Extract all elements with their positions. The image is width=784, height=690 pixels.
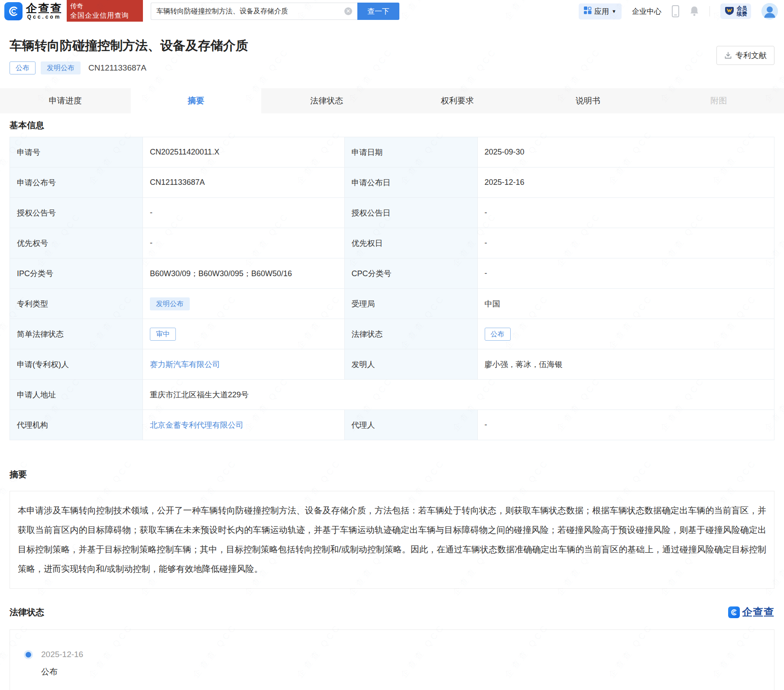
row-value: 中国 <box>478 289 774 319</box>
tab-bar: 申请进度 摘要 法律状态 权利要求 说明书 附图 <box>0 88 784 113</box>
qcc-logo-icon <box>4 2 23 20</box>
agency-link[interactable]: 北京金蓄专利代理有限公司 <box>150 420 243 430</box>
qcc-brand-text: 企查查 Qcc.com <box>26 3 62 20</box>
patent-type-tag: 发明公布 <box>41 61 81 74</box>
row-label: 代理机构 <box>10 410 143 440</box>
table-row: 专利类型 发明公布 受理局 中国 <box>10 289 774 319</box>
crown-icon <box>724 5 735 17</box>
publish-status-tag: 公布 <box>10 61 36 74</box>
search-box: ✕ <box>151 3 357 20</box>
patent-document-button[interactable]: 专利文献 <box>716 46 774 65</box>
clear-search-icon[interactable]: ✕ <box>344 7 352 15</box>
legal-status-heading: 法律状态 <box>10 606 44 618</box>
grid-icon <box>584 6 592 16</box>
abstract-heading: 摘要 <box>10 469 774 480</box>
row-label: 申请(专利权)人 <box>10 349 143 379</box>
row-label: 申请公布号 <box>10 168 143 197</box>
row-value: - <box>478 410 774 440</box>
row-label: 法律状态 <box>345 319 478 349</box>
table-row: 授权公告号 - 授权公告日 - <box>10 198 774 228</box>
promo-line1: 传奇 <box>70 1 139 11</box>
row-label: 代理人 <box>345 410 478 440</box>
apps-menu[interactable]: 应用 ▼ <box>579 3 622 19</box>
bell-icon <box>690 6 699 17</box>
row-label: 申请人地址 <box>10 380 143 409</box>
row-label: 申请公布日 <box>345 168 478 197</box>
table-row: 优先权号 - 优先权日 - <box>10 228 774 258</box>
row-label: 优先权日 <box>345 228 478 258</box>
promo-line2: 全国企业信用查询 <box>70 11 139 20</box>
table-row: 简单法律状态 审中 法律状态 公布 <box>10 319 774 349</box>
row-value: CN121133687A <box>143 168 345 197</box>
tab-figures[interactable]: 附图 <box>653 88 784 113</box>
tab-legal-status[interactable]: 法律状态 <box>261 88 392 113</box>
legal-status-panel: 2025-12-16 公布 <box>10 629 774 690</box>
legal-event-status: 公布 <box>41 666 774 677</box>
qcc-watermark-text: 企查查 <box>742 605 774 619</box>
row-value: 廖小强，蒋冰，伍海银 <box>478 349 774 379</box>
tab-abstract[interactable]: 摘要 <box>131 88 262 113</box>
abstract-text: 本申请涉及车辆转向控制技术领域，公开了一种车辆转向防碰撞控制方法、设备及存储介质… <box>10 491 774 589</box>
enterprise-center-link[interactable]: 企业中心 <box>632 6 661 16</box>
qcc-watermark-logo: 企查查 <box>728 605 774 619</box>
header-right-nav: 应用 ▼ 企业中心 会员 <box>579 3 778 19</box>
notifications-button[interactable] <box>690 6 699 17</box>
search-button[interactable]: 查一下 <box>357 3 399 20</box>
row-label: 授权公告日 <box>345 198 478 228</box>
table-row: 申请(专利权)人 赛力斯汽车有限公司 发明人 廖小强，蒋冰，伍海银 <box>10 349 774 380</box>
row-label: 申请日期 <box>345 137 478 167</box>
row-value: 2025-09-30 <box>478 137 774 167</box>
top-header: 企查查 Qcc.com 传奇 全国企业信用查询 ✕ 查一下 应用 ▼ <box>0 0 784 23</box>
table-row: 申请公布号 CN121133687A 申请公布日 2025-12-16 <box>10 168 774 198</box>
brand-name-cn: 企查查 <box>26 3 62 14</box>
row-label: 授权公告号 <box>10 198 143 228</box>
patent-type-tag: 发明公布 <box>150 297 190 310</box>
row-label: 专利类型 <box>10 289 143 319</box>
timeline-dot-icon <box>26 652 31 658</box>
row-label: 发明人 <box>345 349 478 379</box>
tab-description[interactable]: 说明书 <box>523 88 654 113</box>
row-value: 2025-12-16 <box>478 168 774 197</box>
patent-tag-row: 公布 发明公布 CN121133687A <box>10 61 774 74</box>
qcc-logo[interactable]: 企查查 Qcc.com <box>4 2 62 20</box>
table-row: 代理机构 北京金蓄专利代理有限公司 代理人 - <box>10 410 774 440</box>
row-label: 简单法律状态 <box>10 319 143 349</box>
promo-badge[interactable]: 传奇 全国企业信用查询 <box>67 0 143 22</box>
legal-status-tag: 公布 <box>485 328 511 341</box>
divider <box>709 6 710 16</box>
row-value: - <box>478 198 774 228</box>
row-label: IPC分类号 <box>10 258 143 288</box>
patent-title-block: 车辆转向防碰撞控制方法、设备及存储介质 公布 发明公布 CN121133687A… <box>0 23 784 74</box>
basic-info-heading: 基本信息 <box>10 119 774 131</box>
row-label: 优先权号 <box>10 228 143 258</box>
row-value: - <box>478 258 774 288</box>
legal-event-date: 2025-12-16 <box>41 650 774 659</box>
row-value: 重庆市江北区福生大道229号 <box>143 380 774 409</box>
user-avatar[interactable] <box>761 3 778 19</box>
vip-renew-button[interactable]: 会员 续费 <box>720 3 751 19</box>
mobile-app-button[interactable] <box>672 5 679 17</box>
row-value: 北京金蓄专利代理有限公司 <box>143 410 345 440</box>
legal-status-heading-row: 法律状态 企查查 <box>10 605 774 619</box>
row-value: 公布 <box>478 319 774 349</box>
basic-info-table: 申请号 CN202511420011.X 申请日期 2025-09-30 申请公… <box>10 137 774 440</box>
table-row: 申请人地址 重庆市江北区福生大道229号 <box>10 380 774 410</box>
row-label: CPC分类号 <box>345 258 478 288</box>
tab-claims[interactable]: 权利要求 <box>392 88 523 113</box>
row-value: B60W30/09；B60W30/095；B60W50/16 <box>143 258 345 288</box>
page-title: 车辆转向防碰撞控制方法、设备及存储介质 <box>10 38 774 53</box>
row-value: 赛力斯汽车有限公司 <box>143 349 345 379</box>
table-row: 申请号 CN202511420011.X 申请日期 2025-09-30 <box>10 137 774 168</box>
tab-application-progress[interactable]: 申请进度 <box>0 88 131 113</box>
qcc-logo-icon <box>728 606 740 618</box>
row-value: 发明公布 <box>143 289 345 319</box>
chevron-down-icon: ▼ <box>612 9 616 14</box>
table-row: IPC分类号 B60W30/09；B60W30/095；B60W50/16 CP… <box>10 258 774 289</box>
applicant-link[interactable]: 赛力斯汽车有限公司 <box>150 359 220 370</box>
brand-name-en: Qcc.com <box>26 14 62 20</box>
legal-event: 2025-12-16 公布 <box>26 650 774 677</box>
row-label: 受理局 <box>345 289 478 319</box>
row-label: 申请号 <box>10 137 143 167</box>
vip-renew-label: 会员 续费 <box>737 6 747 17</box>
search-input[interactable] <box>156 7 344 15</box>
